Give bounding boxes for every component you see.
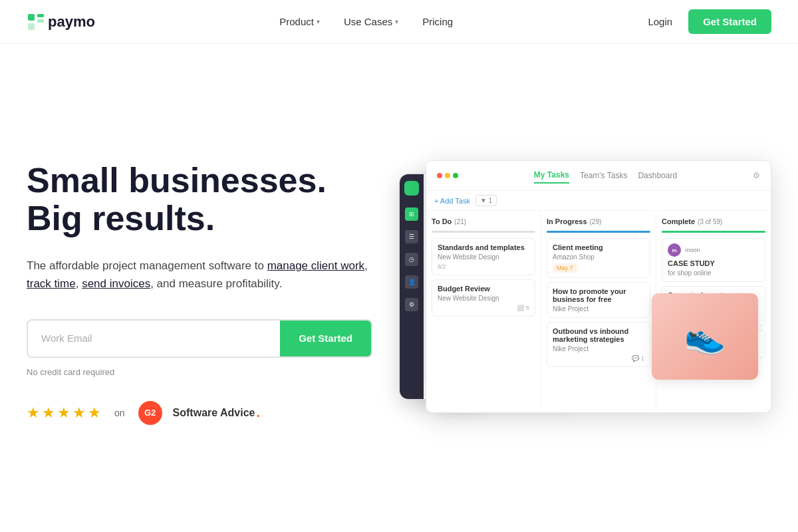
budget-count: ⬜ 5 <box>517 305 529 311</box>
software-advice-label: Software Advice <box>173 407 255 419</box>
star-1: ★ <box>27 404 40 422</box>
task-budget-footer: ⬜ 5 <box>438 305 529 311</box>
ratings-section: ★ ★ ★ ★ ★ on G2 Software Advice . <box>27 401 372 425</box>
task-standards-title: Standards and templates <box>438 243 529 251</box>
task-outbound-footer: 💬 1 <box>553 355 644 362</box>
fullscreen-dot <box>453 173 458 178</box>
task-card-standards: Standards and templates New Website Desi… <box>432 238 535 275</box>
email-input[interactable] <box>28 321 280 356</box>
task-card-casestudy: m moon CASE STUDY for shop online <box>662 238 765 282</box>
complete-label: Complete <box>662 217 695 225</box>
nav-item-use-cases[interactable]: Use Cases ▾ <box>334 11 408 33</box>
nav-get-started-button[interactable]: Get Started <box>688 9 771 34</box>
todo-header: To Do (21) <box>432 217 535 225</box>
casestudy-header: m moon <box>668 243 759 257</box>
task-outbound-sub: Nike Project <box>553 345 644 352</box>
window-controls <box>437 173 458 178</box>
task-client-meeting-sub: Amazon Shop <box>553 253 644 261</box>
filter-button[interactable]: ▼ 1 <box>475 195 497 206</box>
hero-content: Small businesses. Big results. The affor… <box>27 162 372 425</box>
nav-usecases-label: Use Cases <box>344 16 392 27</box>
app-tabs: My Tasks Team's Tasks Dashboard <box>534 168 677 184</box>
task-card-promote: How to promote your business for free Ni… <box>547 282 650 318</box>
mobile-nav-team-icon: 👤 <box>405 275 418 289</box>
star-3: ★ <box>57 404 70 422</box>
app-screenshot-container: ⊞ ☰ ◷ 👤 ⚙ Home Team's Tasks Dashboard Pr… <box>399 147 771 440</box>
hero-subtitle: The affordable project management softwa… <box>27 257 372 293</box>
task-casestudy-title: CASE STUDY <box>668 259 759 267</box>
svg-rect-4 <box>28 23 35 30</box>
inprogress-count: (29) <box>590 218 602 225</box>
task-standards-sub: New Website Design <box>438 253 529 261</box>
product-image-card: 👟 <box>652 293 758 380</box>
task-budget-title: Budget Review <box>438 285 529 293</box>
add-task-button[interactable]: + Add Task <box>434 197 470 205</box>
nav-pricing-label: Pricing <box>422 16 453 27</box>
rating-on-label: on <box>114 408 125 418</box>
complete-header: Complete (3 of 59) <box>662 217 765 225</box>
login-link[interactable]: Login <box>637 11 683 33</box>
star-2: ★ <box>42 404 55 422</box>
task-budget-sub: New Website Design <box>438 295 529 302</box>
moon-label: moon <box>685 247 700 253</box>
close-dot <box>437 173 442 178</box>
logo-text: paymo <box>48 13 95 31</box>
logo-link[interactable]: paymo <box>27 13 95 31</box>
todo-label: To Do <box>432 217 452 225</box>
software-advice-badge: Software Advice . <box>173 405 260 420</box>
mobile-nav-settings-icon: ⚙ <box>405 298 418 311</box>
hero-email-form: Get Started <box>27 319 372 358</box>
hero-subtitle-end: and measure profitability. <box>157 277 283 290</box>
todo-column: To Do (21) Standards and templates New W… <box>426 211 541 413</box>
mobile-logo-icon <box>404 181 419 196</box>
minimize-dot <box>445 173 450 178</box>
hero-section: Small businesses. Big results. The affor… <box>0 44 798 529</box>
complete-bar <box>662 231 765 233</box>
task-casestudy-sub: for shop online <box>668 269 759 277</box>
nav-item-pricing[interactable]: Pricing <box>413 11 462 33</box>
task-promote-title: How to promote your business for free <box>553 287 644 303</box>
svg-rect-2 <box>37 14 44 17</box>
mobile-nav-bar: ⊞ ☰ ◷ 👤 ⚙ <box>400 174 424 399</box>
mobile-nav-tasks-icon: ☰ <box>405 230 418 243</box>
hero-get-started-button[interactable]: Get Started <box>280 321 371 356</box>
task-client-meeting-title: Client meeting <box>553 243 644 251</box>
hero-link-send-invoices[interactable]: send invoices <box>82 277 150 290</box>
task-progress-label: 8/2 <box>438 263 446 270</box>
mobile-nav-time-icon: ◷ <box>405 253 418 266</box>
hero-title: Small businesses. Big results. <box>27 162 372 237</box>
hero-screenshot: ⊞ ☰ ◷ 👤 ⚙ Home Team's Tasks Dashboard Pr… <box>399 147 771 440</box>
svg-rect-3 <box>37 19 44 23</box>
hero-title-line2: Big results. <box>27 199 215 237</box>
navbar: paymo Product ▾ Use Cases ▾ Pricing Logi… <box>0 0 798 44</box>
nav-item-product[interactable]: Product ▾ <box>270 11 329 33</box>
nav-links: Product ▾ Use Cases ▾ Pricing <box>270 11 462 33</box>
star-4: ★ <box>72 404 86 422</box>
hero-subtitle-text: The affordable project management softwa… <box>27 259 267 272</box>
task-promote-sub: Nike Project <box>553 305 644 313</box>
app-topbar: My Tasks Team's Tasks Dashboard ⚙ <box>426 161 771 191</box>
inprogress-header: In Progress (29) <box>547 217 650 225</box>
task-card-client-meeting: Client meeting Amazon Shop May 7 <box>547 238 650 278</box>
outbound-count: 💬 1 <box>632 355 644 362</box>
complete-count: (3 of 59) <box>698 218 722 225</box>
product-chevron-icon: ▾ <box>317 18 320 25</box>
tab-my-tasks[interactable]: My Tasks <box>534 168 569 184</box>
task-tag-may7: May 7 <box>553 263 577 273</box>
hero-link-track-time[interactable]: track time <box>27 277 76 290</box>
inprogress-bar <box>547 231 650 233</box>
shoe-icon: 👟 <box>684 317 726 356</box>
g2-badge: G2 <box>138 401 162 425</box>
hero-title-line1: Small businesses. <box>27 161 327 200</box>
inprogress-label: In Progress <box>547 217 587 225</box>
todo-count: (21) <box>454 218 466 225</box>
svg-rect-1 <box>28 14 35 21</box>
sa-dot-icon: . <box>256 405 260 420</box>
tab-team-tasks[interactable]: Team's Tasks <box>580 168 627 183</box>
usecases-chevron-icon: ▾ <box>395 18 398 25</box>
tab-dashboard[interactable]: Dashboard <box>638 168 677 183</box>
hero-link-manage-work[interactable]: manage client work <box>267 259 364 272</box>
task-toolbar: + Add Task ▼ 1 <box>426 191 771 211</box>
no-credit-card-label: No credit card required <box>27 367 372 377</box>
task-card-outbound: Outbound vs inbound marketing strategies… <box>547 322 650 367</box>
